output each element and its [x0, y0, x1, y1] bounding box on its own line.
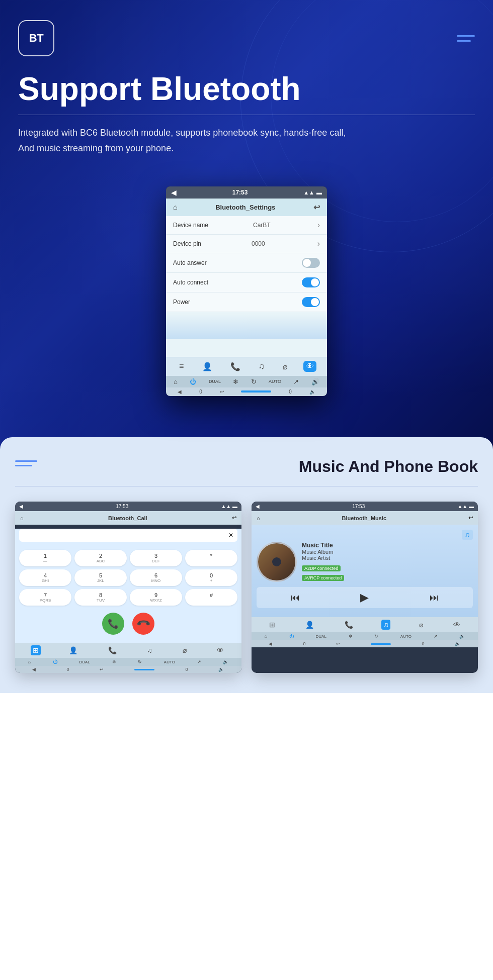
dial-key-4[interactable]: 4GHI — [19, 569, 71, 586]
screen-frame: ◀ 17:53 ▲▲ ▬ ⌂ Bluetooth_Settings ↩ Devi… — [166, 186, 327, 396]
call-nav-contacts[interactable]: 👤 — [67, 645, 79, 655]
dial-search-field[interactable]: ✕ — [19, 529, 237, 542]
music-nav-contacts[interactable]: 👤 — [303, 620, 316, 630]
bottom-section-title: Music And Phone Book — [299, 457, 478, 476]
play-button[interactable]: ▶ — [360, 591, 369, 604]
music-nav-music[interactable]: ♫ — [381, 620, 391, 630]
hamburger-line-2 — [457, 40, 471, 42]
music-footer: ◀ 0 ↩ 0 🔈 — [252, 640, 478, 647]
music-foot-mute[interactable]: 🔈 — [455, 641, 460, 646]
page-title: Support Bluetooth — [18, 71, 475, 107]
ctrl-home[interactable]: ⌂ — [174, 378, 178, 385]
call-nav-music[interactable]: ♫ — [145, 645, 154, 655]
dial-key-7[interactable]: 7PQRS — [19, 589, 71, 606]
nav-menu-icon[interactable]: ≡ — [177, 361, 186, 372]
music-ctrl-recycle[interactable]: ↻ — [374, 634, 378, 639]
ctrl-arrow-up[interactable]: ↗ — [293, 378, 299, 385]
dial-key-9[interactable]: 9WXYZ — [130, 589, 182, 606]
ctrl-power[interactable]: ⏻ — [190, 378, 196, 385]
auto-connect-label: Auto connect — [173, 279, 208, 286]
auto-answer-row: Auto answer — [166, 253, 327, 273]
call-home-icon[interactable]: ⌂ — [20, 515, 24, 521]
device-pin-row[interactable]: Device pin 0000 — [166, 235, 327, 253]
dial-key-0[interactable]: 0+ — [185, 569, 237, 586]
call-nav-link[interactable]: ⌀ — [181, 645, 189, 655]
dial-key-5[interactable]: 5JKL — [74, 569, 127, 586]
music-foot-return[interactable]: ↩ — [336, 641, 340, 646]
call-foot-return[interactable]: ↩ — [100, 667, 104, 672]
call-ctrl-arrow[interactable]: ↗ — [197, 659, 201, 664]
ctrl-auto[interactable]: AUTO — [269, 379, 281, 384]
call-nav-grid[interactable]: ⊞ — [31, 645, 41, 655]
dial-key-star[interactable]: * — [185, 550, 237, 566]
call-status-icons: ▲▲ ▬ — [221, 504, 237, 509]
dial-key-8[interactable]: 8TUV — [74, 589, 127, 606]
end-call-button[interactable]: 📞 — [128, 608, 159, 639]
music-ctrl-power[interactable]: ⏻ — [289, 634, 294, 639]
status-time: 17:53 — [232, 189, 248, 196]
music-nav-phone[interactable]: 📞 — [343, 620, 355, 630]
hero-description: Integrated with BC6 Bluetooth module, su… — [18, 125, 475, 156]
music-note-icon: ♫ — [462, 530, 473, 540]
footer-mute[interactable]: 🔈 — [309, 389, 315, 395]
dial-key-1[interactable]: 1— — [19, 550, 71, 566]
music-back-btn[interactable]: ◀ — [256, 504, 260, 509]
call-ctrl-home[interactable]: ⌂ — [28, 659, 31, 664]
device-name-row[interactable]: Device name CarBT — [166, 216, 327, 235]
home-icon[interactable]: ⌂ — [173, 203, 177, 211]
progress-bar — [241, 390, 271, 393]
call-foot-back[interactable]: ◀ — [32, 667, 36, 672]
nav-music-icon[interactable]: ♫ — [256, 361, 267, 372]
call-ctrl-power[interactable]: ⏻ — [53, 659, 57, 664]
call-nav-phone[interactable]: 📞 — [106, 645, 119, 655]
hero-header: BT — [18, 20, 475, 56]
bottom-menu-icon[interactable] — [15, 460, 37, 466]
next-button[interactable]: ⏭ — [430, 593, 439, 603]
nav-view-icon[interactable]: 👁 — [303, 361, 316, 372]
bluetooth-title-bar: ⌂ Bluetooth_Settings ↩ — [166, 199, 327, 216]
ctrl-ac[interactable]: ❄ — [233, 378, 238, 385]
ctrl-recycle[interactable]: ↻ — [251, 378, 257, 385]
call-ctrl-vol[interactable]: 🔈 — [223, 659, 228, 664]
ctrl-dual[interactable]: DUAL — [209, 379, 221, 384]
music-foot-back[interactable]: ◀ — [269, 641, 272, 646]
nav-contacts-icon[interactable]: 👤 — [200, 361, 215, 372]
prev-button[interactable]: ⏮ — [291, 593, 300, 603]
dial-key-2[interactable]: 2ABC — [74, 550, 127, 566]
call-back-btn[interactable]: ◀ — [19, 504, 23, 509]
footer-return[interactable]: ↩ — [220, 389, 224, 395]
call-ctrl-ac[interactable]: ❄ — [112, 659, 116, 664]
dial-key-hash[interactable]: # — [185, 589, 237, 606]
ctrl-volume[interactable]: 🔊 — [311, 378, 319, 385]
music-nav-view[interactable]: 👁 — [451, 620, 462, 630]
music-status-icons: ▲▲ ▬ — [457, 504, 474, 509]
call-foot-mute[interactable]: 🔈 — [218, 667, 224, 672]
auto-connect-toggle[interactable] — [302, 277, 320, 287]
music-back-icon[interactable]: ↩ — [468, 515, 473, 521]
music-nav-link[interactable]: ⌀ — [417, 620, 425, 630]
screen-back-button[interactable]: ↩ — [313, 203, 320, 212]
status-back-arrow[interactable]: ◀ — [171, 188, 177, 197]
power-toggle[interactable] — [302, 297, 320, 307]
auto-answer-toggle[interactable] — [302, 258, 320, 268]
call-nav-view[interactable]: 👁 — [215, 645, 226, 655]
call-button[interactable]: 📞 — [102, 613, 124, 635]
dial-clear-icon[interactable]: ✕ — [228, 532, 233, 539]
footer-back[interactable]: ◀ — [178, 389, 182, 395]
bottom-divider — [15, 486, 478, 486]
nav-phone-icon[interactable]: 📞 — [228, 361, 243, 372]
call-bottom-nav: ⊞ 👤 📞 ♫ ⌀ 👁 — [15, 643, 241, 658]
music-home-icon[interactable]: ⌂ — [257, 515, 260, 521]
dial-key-3[interactable]: 3DEF — [130, 550, 182, 566]
nav-link-icon[interactable]: ⌀ — [280, 361, 290, 372]
music-ctrl-home[interactable]: ⌂ — [265, 634, 267, 639]
music-ctrl-vol[interactable]: 🔈 — [459, 634, 465, 639]
music-player: Music Title Music Album Music Artist A2D… — [257, 542, 473, 582]
call-back-icon[interactable]: ↩ — [232, 515, 236, 521]
call-ctrl-recycle[interactable]: ↻ — [138, 659, 142, 664]
music-ctrl-ac[interactable]: ❄ — [349, 634, 353, 639]
music-ctrl-arrow[interactable]: ↗ — [434, 634, 438, 639]
music-nav-grid[interactable]: ⊞ — [267, 620, 277, 630]
menu-button[interactable] — [457, 35, 475, 42]
dial-key-6[interactable]: 6MNO — [130, 569, 182, 586]
